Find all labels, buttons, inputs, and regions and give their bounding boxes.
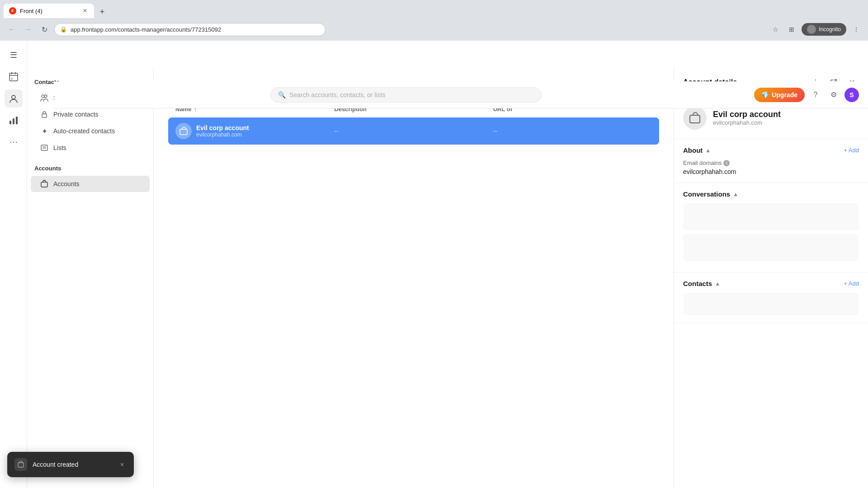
conversations-section-header[interactable]: Conversations ▲ [683, 190, 859, 198]
back-button[interactable]: ← [5, 23, 18, 36]
sidebar-item-lists[interactable]: Lists [31, 140, 150, 156]
email-domains-label: Email domains i [683, 160, 859, 166]
accounts-table: Name ↑ Description URL of [168, 102, 659, 145]
contacts-section-header[interactable]: Contacts ▲ + Add [683, 280, 859, 287]
svg-rect-16 [180, 129, 187, 135]
right-panel: Account details ⋮ ✕ [674, 68, 868, 488]
user-avatar[interactable]: S [844, 88, 859, 102]
about-toggle-icon: ▲ [705, 147, 711, 154]
search-area: 🔍 Search accounts, contacts, or lists [63, 87, 749, 103]
toast-notification: Account created × [7, 452, 134, 477]
contacts-title: Contacts ▲ [683, 280, 720, 287]
svg-point-10 [44, 95, 47, 98]
row-description: -- [334, 127, 493, 135]
icon-sidebar: ☰ 9 ⋯ [0, 41, 27, 488]
svg-point-5 [12, 95, 15, 99]
account-info: Evil corp account evilcorphahah.com [713, 110, 781, 126]
toast-close-button[interactable]: × [118, 460, 127, 469]
auto-contacts-icon: ✦ [40, 127, 49, 136]
svg-rect-6 [9, 121, 11, 124]
incognito-label: Incognito [819, 26, 841, 33]
conversation-card-2[interactable] [683, 234, 859, 261]
svg-rect-15 [41, 182, 47, 187]
star-button[interactable]: ☆ [769, 23, 782, 36]
lists-label: Lists [53, 144, 66, 151]
conversations-toggle-icon: ▲ [733, 191, 738, 197]
search-bar[interactable]: 🔍 Search accounts, contacts, or lists [270, 87, 542, 103]
nav-sidebar: Contacts Shared contacts [27, 68, 154, 488]
analytics-nav-button[interactable] [5, 111, 23, 129]
header-right: 💎 Upgrade ? ⚙ S [754, 88, 859, 102]
about-add-button[interactable]: + Add [844, 147, 859, 154]
email-domains-info-icon[interactable]: i [723, 160, 730, 166]
tab-favicon: F [9, 7, 16, 14]
new-tab-button[interactable]: + [96, 5, 108, 18]
inbox-nav-button[interactable]: ☰ [5, 46, 23, 64]
more-nav-button[interactable]: ⋯ [5, 133, 23, 151]
search-icon: 🔍 [278, 91, 286, 99]
extensions-button[interactable]: ⊞ [785, 23, 798, 36]
row-avatar [175, 123, 192, 139]
browser-chrome: F Front (4) ✕ + ← → ↻ 🔒 app.frontapp.com… [0, 0, 868, 41]
help-button[interactable]: ? [808, 88, 823, 102]
contacts-section: Contacts ▲ + Add [674, 272, 868, 323]
accounts-icon [40, 179, 49, 188]
auto-contacts-label: Auto-created contacts [53, 127, 115, 135]
tab-close-button[interactable]: ✕ [81, 7, 89, 14]
conversations-title: Conversations ▲ [683, 190, 738, 198]
app: ☰ 9 ⋯ [0, 41, 868, 488]
svg-rect-19 [18, 463, 24, 467]
refresh-button[interactable]: ↻ [38, 23, 51, 36]
about-section-header[interactable]: About ▲ + Add [683, 146, 859, 154]
forward-button[interactable]: → [22, 23, 34, 36]
shared-contacts-icon [40, 93, 49, 102]
content-area: Accounts 1 account Name ↑ Description [154, 68, 674, 488]
svg-rect-8 [16, 117, 18, 124]
accounts-label: Accounts [53, 180, 80, 188]
calendar-nav-button[interactable]: 9 [5, 68, 23, 86]
row-account-domain: evilcorphahah.com [196, 131, 249, 138]
contacts-nav-button[interactable] [5, 89, 23, 108]
email-domains-value: evilcorphahah.com [683, 168, 859, 175]
upgrade-gem-icon: 💎 [761, 91, 769, 99]
sidebar-item-auto-contacts[interactable]: ✦ Auto-created contacts [31, 123, 150, 139]
search-placeholder: Search accounts, contacts, or lists [289, 91, 385, 99]
menu-button[interactable]: ⋮ [850, 23, 863, 36]
account-name: Evil corp account [713, 110, 781, 119]
tab-bar: F Front (4) ✕ + [0, 0, 868, 18]
row-name-cell: Evil corp account evilcorphahah.com [175, 123, 334, 139]
address-bar[interactable]: 🔒 app.frontapp.com/contacts-manager/acco… [54, 23, 326, 36]
row-name-domain: Evil corp account evilcorphahah.com [196, 124, 249, 138]
conversation-card-1[interactable] [683, 203, 859, 230]
table-row[interactable]: Evil corp account evilcorphahah.com -- -… [168, 117, 659, 145]
row-url: -- [493, 127, 652, 135]
private-contacts-icon [40, 110, 49, 119]
upgrade-button[interactable]: 💎 Upgrade [754, 88, 805, 102]
lists-icon [40, 143, 49, 152]
lock-icon: 🔒 [60, 26, 67, 33]
contacts-add-button[interactable]: + Add [844, 280, 859, 287]
incognito-button[interactable]: Incognito [802, 23, 846, 36]
sidebar-item-private-contacts[interactable]: Private contacts [31, 106, 150, 122]
browser-tab-active[interactable]: F Front (4) ✕ [4, 4, 94, 18]
email-domains-field: Email domains i evilcorphahah.com [683, 160, 859, 175]
toolbar: ← → ↻ 🔒 app.frontapp.com/contacts-manage… [0, 18, 868, 41]
svg-rect-7 [13, 118, 14, 124]
settings-button[interactable]: ⚙ [826, 88, 841, 102]
svg-text:9: 9 [11, 77, 13, 80]
account-avatar [683, 106, 707, 130]
svg-point-9 [42, 95, 44, 98]
app-header: 🔍 Search accounts, contacts, or lists 💎 … [54, 81, 868, 108]
url-text: app.frontapp.com/contacts-manager/accoun… [71, 26, 221, 33]
toast-icon [14, 458, 27, 471]
svg-rect-12 [41, 145, 47, 150]
toast-message: Account created [33, 461, 78, 468]
sidebar-item-accounts[interactable]: Accounts [31, 176, 150, 192]
tab-title: Front (4) [20, 8, 42, 14]
svg-rect-18 [690, 115, 700, 123]
conversations-section: Conversations ▲ [674, 183, 868, 272]
contacts-empty-area [683, 293, 859, 315]
about-title: About ▲ [683, 146, 711, 154]
account-domain: evilcorphahah.com [713, 119, 781, 126]
about-section: About ▲ + Add Email domains i evilcorpha… [674, 139, 868, 183]
